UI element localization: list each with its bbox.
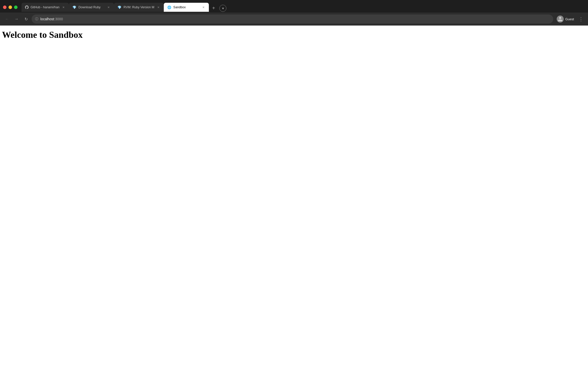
user-account-button[interactable]: Guest [555, 15, 576, 24]
tab-sandbox-title: Sandbox [173, 6, 199, 9]
forward-button[interactable]: → [13, 15, 21, 23]
browser-menu-button[interactable]: ⋮ [577, 15, 585, 23]
avatar [557, 16, 564, 23]
new-tab-button[interactable]: + [210, 4, 217, 12]
maximize-button[interactable] [14, 6, 18, 9]
tab-rvm-close[interactable]: ✕ [156, 5, 160, 9]
tab-ruby[interactable]: 💎 Download Ruby ✕ [69, 3, 114, 12]
reload-icon: ↻ [25, 17, 28, 22]
tab-sandbox[interactable]: 🌐 Sandbox ✕ [164, 3, 209, 12]
reload-button[interactable]: ↻ [22, 15, 30, 23]
minimize-button[interactable] [9, 6, 12, 9]
ruby-icon: 💎 [72, 5, 76, 9]
tab-rvm-title: RVM: Ruby Version M [123, 6, 154, 9]
chevron-down-icon: ▾ [222, 6, 224, 10]
arrow-left-icon: ← [5, 17, 9, 21]
github-icon [25, 6, 29, 9]
tab-github-title: GitHub - hanami/han [31, 6, 59, 9]
back-button[interactable]: ← [3, 15, 11, 23]
address-bar-text: localhost:3000 [40, 17, 550, 21]
tab-github-close[interactable]: ✕ [61, 5, 65, 9]
tab-dropdown-button[interactable]: ▾ [219, 5, 226, 12]
url-base: localhost [40, 17, 54, 21]
browser-chrome: GitHub - hanami/han ✕ 💎 Download Ruby ✕ … [0, 0, 588, 26]
close-button[interactable] [3, 6, 7, 9]
user-label: Guest [565, 17, 574, 21]
globe-icon: 🌐 [167, 5, 171, 9]
tabs-container: GitHub - hanami/han ✕ 💎 Download Ruby ✕ … [22, 3, 585, 12]
nav-bar: ← → ↻ ⓘ localhost:3000 Guest ⋮ [0, 13, 588, 26]
rvm-icon: 💎 [117, 5, 121, 9]
tab-ruby-title: Download Ruby [78, 6, 104, 9]
title-bar: GitHub - hanami/han ✕ 💎 Download Ruby ✕ … [0, 0, 588, 13]
nav-right-buttons: Guest ⋮ [555, 15, 585, 24]
traffic-lights [3, 6, 18, 9]
tab-rvm[interactable]: 💎 RVM: Ruby Version M ✕ [114, 3, 164, 12]
page-heading: Welcome to Sandbox [2, 30, 586, 40]
arrow-right-icon: → [15, 17, 19, 21]
tab-github[interactable]: GitHub - hanami/han ✕ [22, 3, 69, 12]
url-port: :3000 [54, 17, 63, 21]
page-content: Welcome to Sandbox [0, 26, 588, 382]
tab-ruby-close[interactable]: ✕ [106, 5, 110, 9]
tab-sandbox-close[interactable]: ✕ [201, 5, 205, 9]
info-icon: ⓘ [35, 17, 38, 21]
address-bar[interactable]: ⓘ localhost:3000 [32, 15, 553, 24]
